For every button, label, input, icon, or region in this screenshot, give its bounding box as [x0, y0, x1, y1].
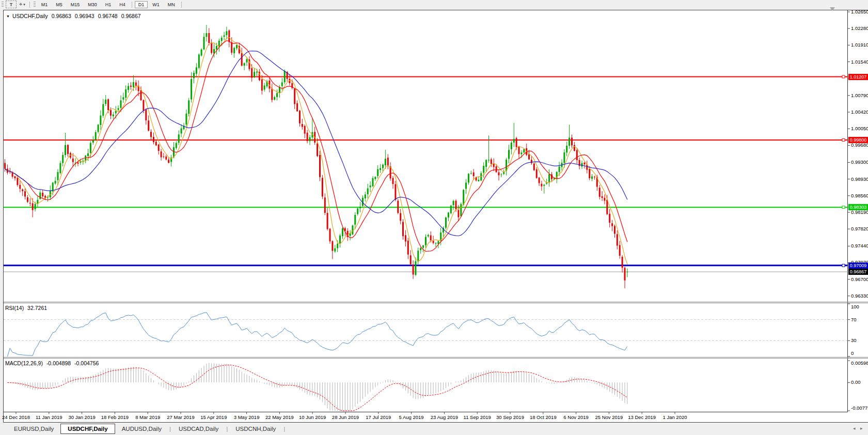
tab-usdchf[interactable]: USDCHF,Daily	[60, 424, 115, 434]
price-line-badge-support-blue: 0.97009	[848, 262, 868, 269]
rsi-axis-label: 70	[851, 317, 857, 322]
text-tool-button[interactable]: T	[6, 1, 17, 8]
price-axis-label: 0.96330	[851, 293, 868, 299]
toolbar: T ⌖ ▾ M1M5M15M30H1H4D1W1MN	[0, 0, 868, 9]
toolbar-separator	[181, 2, 182, 8]
date-axis-label: 5 Aug 2019	[399, 415, 424, 420]
ohlc-close: 0.96867	[121, 13, 141, 19]
macd-axis-label: -0.00773	[851, 406, 868, 411]
timeframe-button-m30[interactable]: M30	[84, 1, 101, 8]
date-axis-label: 27 Mar 2019	[167, 415, 194, 420]
date-axis-label: 24 Dec 2018	[2, 415, 30, 420]
rsi-axis-label: 0	[851, 351, 854, 356]
date-axis-label: 10 Jun 2019	[299, 415, 326, 420]
date-axis-label: 15 Apr 2019	[200, 415, 227, 420]
price-axis-label: 0.99680	[851, 143, 868, 148]
date-axis-label: 18 Feb 2019	[101, 415, 129, 420]
date-axis-label: 28 Jun 2019	[332, 415, 359, 420]
price-axis-label: 0.98560	[851, 193, 868, 198]
date-axis-label: 30 Sep 2019	[496, 415, 524, 420]
timeframe-button-h4[interactable]: H4	[116, 1, 129, 8]
price-axis-label: 1.00790	[851, 93, 868, 98]
price-axis-label: 0.98930	[851, 177, 868, 182]
date-axis-label: 11 Jan 2019	[36, 415, 62, 420]
timeframe-button-group: M1M5M15M30H1H4D1W1MN	[37, 1, 184, 8]
timeframe-button-m15[interactable]: M15	[67, 1, 84, 8]
toolbar-grip-icon[interactable]	[2, 2, 4, 7]
rsi-axis-label: 30	[851, 338, 857, 343]
macd-axis-label: 0.00	[851, 380, 861, 385]
date-axis-label: 18 Oct 2019	[530, 415, 557, 420]
price-axis-label: 0.98190	[851, 210, 868, 215]
tab-separator: |	[168, 426, 172, 432]
price-axis-label: 1.00420	[851, 110, 868, 115]
tab-audusd[interactable]: AUDUSD,Daily	[115, 424, 168, 434]
date-axis-label: 3 May 2019	[234, 415, 260, 420]
current-price-badge: 0.96867	[848, 269, 868, 275]
symbol-tab-bar: EURUSD,DailyUSDCHF,DailyAUDUSD,Daily|USD…	[0, 423, 868, 435]
rsi-header: RSI(14) 32.7261	[5, 305, 47, 311]
timeframe-button-d1[interactable]: D1	[135, 1, 148, 8]
tab-usdcnh[interactable]: USDCNH,Daily	[229, 424, 282, 434]
date-axis-label: 17 Jul 2019	[366, 415, 391, 420]
price-line-badge-resistance-upper: 1.01207	[848, 74, 868, 80]
price-axis-label: 0.99300	[851, 160, 868, 165]
timeframe-button-w1[interactable]: W1	[149, 1, 163, 8]
price-axis-label: 1.01540	[851, 59, 868, 65]
price-axis-label: 0.96700	[851, 277, 868, 282]
date-axis-label: 22 May 2019	[265, 415, 294, 420]
price-axis-label: 1.01910	[851, 42, 868, 48]
price-axis-label: 1.02280	[851, 26, 868, 31]
price-line-badge-resistance-lower: 0.99800	[848, 137, 868, 143]
rsi-label: RSI(14)	[5, 305, 24, 311]
macd-header: MACD(12,26,9) -0.004898 -0.004756	[5, 360, 99, 366]
tab-separator: |	[225, 426, 229, 432]
toolbar-separator	[29, 2, 30, 8]
timeframe-button-h1[interactable]: H1	[102, 1, 115, 8]
date-axis-label: 8 Mar 2019	[135, 415, 160, 420]
chevron-down-icon: ▾	[23, 3, 25, 7]
chart-dropdown-icon[interactable]: ▼	[6, 14, 10, 18]
date-axis-label: 23 Aug 2019	[431, 415, 458, 420]
toolbar-separator	[132, 2, 132, 8]
price-axis-label: 0.97440	[851, 243, 868, 248]
date-axis-label: 6 Nov 2019	[563, 415, 589, 420]
symbol-tabs: EURUSD,DailyUSDCHF,DailyAUDUSD,Daily|USD…	[7, 424, 286, 434]
tab-scroll-left-icon[interactable]: ◂	[853, 426, 856, 431]
macd-signal-value: -0.004756	[74, 360, 99, 366]
ohlc-open: 0.96863	[52, 13, 71, 19]
tab-usdcad[interactable]: USDCAD,Daily	[172, 424, 225, 434]
macd-label: MACD(12,26,9)	[5, 360, 43, 366]
timeframe-button-mn[interactable]: MN	[164, 1, 179, 8]
price-line-badge-support-green: 0.98303	[848, 204, 868, 210]
chart-header: ▼USDCHF,Daily0.968630.969430.967480.9686…	[6, 13, 141, 20]
macd-value: -0.004898	[46, 360, 71, 366]
chart-window	[4, 10, 868, 422]
tab-scroll-right-icon[interactable]: ▸	[860, 426, 863, 431]
price-axis-label: 0.97820	[851, 226, 868, 231]
price-axis-label: 1.02650	[851, 9, 868, 14]
ohlc-low: 0.96748	[98, 13, 118, 19]
rsi-value: 32.7261	[27, 305, 47, 311]
date-axis-label: 30 Jan 2019	[68, 415, 95, 420]
timeframe-button-m1[interactable]: M1	[38, 1, 52, 8]
crosshair-icon: ⌖	[19, 1, 22, 8]
ohlc-high: 0.96943	[75, 13, 94, 19]
macd-axis-label: 0.005986	[851, 361, 868, 366]
date-axis-label: 11 Sep 2019	[464, 415, 491, 420]
price-axis-label: 1.00050	[851, 126, 868, 131]
crosshair-tool-button[interactable]: ⌖ ▾	[18, 1, 27, 8]
chart-symbol-label: USDCHF,Daily	[12, 13, 48, 19]
tab-eurusd[interactable]: EURUSD,Daily	[7, 424, 60, 434]
date-axis-label: 13 Dec 2019	[628, 415, 656, 420]
toolbar-grip-icon[interactable]	[34, 2, 36, 7]
rsi-axis-label: 100	[851, 304, 859, 309]
date-axis-label: 1 Jan 2020	[662, 415, 687, 420]
timeframe-button-m5[interactable]: M5	[52, 1, 66, 8]
tab-separator: |	[282, 426, 286, 432]
date-axis-label: 25 Nov 2019	[595, 415, 623, 420]
